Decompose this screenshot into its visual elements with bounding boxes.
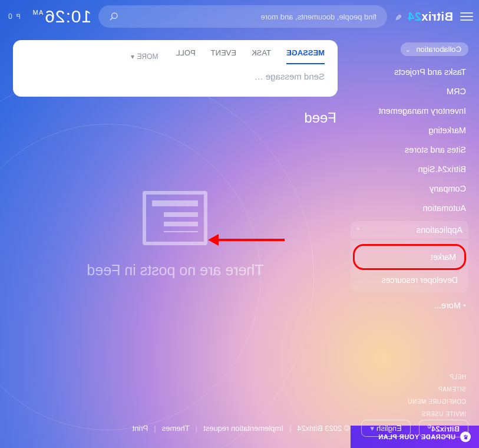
sidebar-item-more[interactable]: More... [351, 297, 468, 314]
svg-point-0 [112, 13, 117, 18]
footer-link-themes[interactable]: Themes [162, 424, 190, 433]
composer-tab-poll[interactable]: POLL [176, 48, 195, 64]
sidebar-item-crm[interactable]: CRM [351, 83, 468, 100]
clock: 10:26AM [32, 6, 92, 27]
sidebar-item-company[interactable]: Company [351, 180, 468, 197]
composer-tab-task[interactable]: TASK [252, 48, 271, 64]
empty-feed-icon [143, 191, 208, 245]
flag-icon [15, 13, 21, 20]
chevron-down-icon: ▾ [370, 424, 374, 433]
empty-feed-text: There are no posts in Feed [87, 262, 263, 279]
composer-tab-more[interactable]: MORE ▾ [131, 52, 158, 61]
invite-users-link[interactable]: INVITE USERS [422, 411, 466, 417]
collaboration-pill[interactable]: Collaboration ⌄ [401, 42, 468, 56]
footer-link-impl[interactable]: Implementation request [203, 424, 283, 433]
sidebar-item-market[interactable]: Market [363, 248, 456, 266]
sitemap-link[interactable]: SITEMAP [438, 386, 466, 393]
app-logo[interactable]: Bitrix24 ✎ [394, 10, 453, 24]
svg-line-1 [110, 18, 113, 20]
composer-input[interactable]: Send message … [13, 64, 338, 97]
sidebar-item-dev-resources[interactable]: Developer resources [351, 271, 468, 289]
logo-text: Bitrix [421, 10, 453, 23]
chevron-up-icon: ^ [356, 226, 359, 233]
sidebar-item-sites[interactable]: Sites and stores [351, 141, 468, 159]
sidebar-item-marketing[interactable]: Marketing [351, 121, 468, 139]
sidebar-item-tasks[interactable]: Tasks and Projects [351, 63, 468, 81]
composer-tab-event[interactable]: EVENT [211, 48, 236, 64]
sidebar-item-automation[interactable]: Automation [351, 199, 468, 217]
footer-brand[interactable]: Bitrix24© [419, 420, 468, 437]
logo-suffix: 24 [408, 10, 421, 23]
sidebar-item-sign[interactable]: Bitrix24.Sign [351, 160, 468, 178]
copyright-text: © 2023 Bitrix24 [297, 424, 349, 433]
feed-empty-state: There are no posts in Feed [13, 191, 338, 279]
help-link[interactable]: HELP [450, 374, 466, 380]
task-counter[interactable]: 0 [8, 12, 21, 21]
menu-toggle[interactable] [460, 10, 473, 23]
composer-tab-message[interactable]: MESSAGE [286, 48, 325, 64]
sidebar-section-applications[interactable]: Applications ^ [351, 221, 468, 239]
message-composer: MESSAGE TASK EVENT POLL MORE ▾ Send mess… [13, 40, 338, 97]
chevron-down-icon: ⌄ [405, 46, 411, 54]
sidebar-item-inventory[interactable]: Inventory management [351, 102, 468, 120]
annotation-highlight: Market [353, 244, 466, 270]
feed-title: Feed [14, 110, 336, 126]
search-input[interactable] [125, 12, 376, 21]
search-icon [109, 12, 118, 21]
chevron-down-icon: ▾ [131, 52, 134, 61]
edit-icon[interactable]: ✎ [394, 13, 402, 22]
sidebar: Collaboration ⌄ Tasks and Projects CRM I… [351, 33, 479, 448]
search-bar[interactable] [98, 5, 387, 28]
language-selector[interactable]: English ▾ [361, 420, 410, 437]
configure-menu-link[interactable]: CONFIGURE MENU [408, 398, 466, 405]
footer-link-print[interactable]: Print [133, 424, 148, 433]
